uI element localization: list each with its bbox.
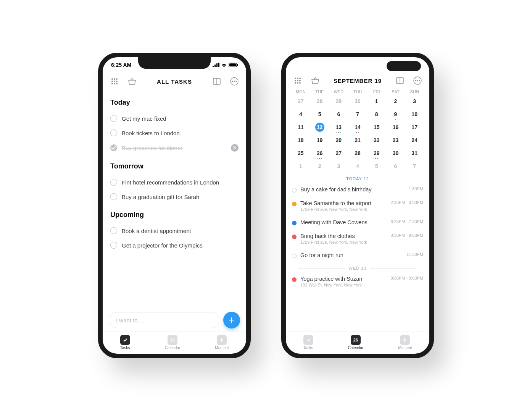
- tab-calendar[interactable]: 26Calendar: [165, 335, 181, 350]
- task-row[interactable]: Get my mac fixed: [110, 111, 239, 126]
- book-icon[interactable]: [212, 76, 222, 86]
- event-row[interactable]: Take Samantha to the airport1729 First a…: [292, 196, 423, 215]
- event-dot-icon: [292, 254, 297, 258]
- calendar-day[interactable]: 11: [291, 122, 310, 133]
- tab-moment[interactable]: Moment: [398, 335, 412, 350]
- svg-rect-6: [237, 64, 238, 66]
- calendar-day[interactable]: 28: [310, 96, 329, 107]
- calendar-day[interactable]: 1: [291, 161, 310, 172]
- task-sections: TodayGet my mac fixedBook tickets to Lon…: [103, 88, 246, 309]
- calendar-day[interactable]: 4: [348, 161, 367, 172]
- event-row[interactable]: Buy a cake for dad's birthday1:30PM: [292, 183, 423, 196]
- task-row[interactable]: Book a dentist appointment: [110, 223, 239, 238]
- calendar-day[interactable]: 25: [291, 148, 310, 159]
- calendar-day[interactable]: 12: [310, 122, 329, 133]
- svg-point-27: [299, 80, 301, 81]
- calendar-day[interactable]: 1: [367, 96, 386, 107]
- calendar-day[interactable]: 2: [386, 96, 405, 107]
- calendar-day[interactable]: 22: [367, 135, 386, 146]
- calendar-day[interactable]: 28: [348, 148, 367, 159]
- calendar-day[interactable]: 5: [310, 109, 329, 120]
- calendar-day[interactable]: 29: [329, 96, 348, 107]
- tab-tasks[interactable]: Tasks: [303, 335, 313, 350]
- calendar-day[interactable]: 8: [367, 109, 386, 120]
- calendar-day[interactable]: 19: [310, 135, 329, 146]
- task-checkbox[interactable]: [110, 179, 117, 186]
- calendar-day[interactable]: 6: [329, 109, 348, 120]
- calendar-day[interactable]: 7: [348, 109, 367, 120]
- day-number: 24: [410, 136, 419, 145]
- task-checkbox[interactable]: [110, 227, 117, 234]
- calendar-day[interactable]: 30: [348, 96, 367, 107]
- delete-task-icon[interactable]: ✕: [231, 144, 239, 152]
- calendar-day[interactable]: 6: [386, 161, 405, 172]
- calendar-day[interactable]: 21: [348, 135, 367, 146]
- task-checkbox[interactable]: [110, 242, 117, 249]
- calendar-day[interactable]: 3: [329, 161, 348, 172]
- calendar-day[interactable]: 10: [405, 109, 424, 120]
- calendar-day[interactable]: 23: [386, 135, 405, 146]
- grid-menu-icon[interactable]: [293, 76, 303, 86]
- calendar-day[interactable]: 17: [405, 122, 424, 133]
- calendar-day[interactable]: 29: [367, 148, 386, 159]
- event-row[interactable]: Bring back the clothes1729 First ave, Ne…: [292, 229, 423, 248]
- calendar-day[interactable]: 30: [386, 148, 405, 159]
- weekday-label: MON: [291, 89, 310, 94]
- event-row[interactable]: Meeting with Dave Cowens6:25PM - 7:30PM: [292, 215, 423, 229]
- tab-moment[interactable]: Moment: [215, 335, 229, 350]
- calendar-day[interactable]: 16: [386, 122, 405, 133]
- calendar-day[interactable]: 5: [367, 161, 386, 172]
- more-icon[interactable]: [229, 76, 239, 86]
- day-number: 6: [334, 110, 343, 119]
- more-icon[interactable]: [413, 76, 422, 86]
- task-row[interactable]: Buy groceries for dinner✕: [110, 140, 239, 155]
- book-icon[interactable]: [395, 76, 405, 86]
- weekday-label: SUN: [405, 89, 424, 94]
- task-text: Book a dentist appointment: [122, 228, 191, 234]
- add-task-button[interactable]: +: [223, 312, 240, 328]
- svg-point-23: [297, 78, 298, 79]
- task-row[interactable]: Fint hotel recommendations in London: [110, 175, 239, 189]
- calendar-day[interactable]: 27: [329, 148, 348, 159]
- task-row[interactable]: Book tickets to London: [110, 126, 239, 140]
- basket-icon[interactable]: [127, 76, 137, 86]
- tab-tasks[interactable]: Tasks: [120, 335, 130, 350]
- calendar-day[interactable]: 31: [405, 148, 424, 159]
- calendar-day[interactable]: 4: [291, 109, 310, 120]
- calendar-day[interactable]: 13: [329, 122, 348, 133]
- calendar-grid: 2728293012345678910111213141516171819202…: [286, 95, 429, 173]
- calendar-day[interactable]: 2: [310, 161, 329, 172]
- calendar-day[interactable]: 24: [405, 135, 424, 146]
- tab-calendar[interactable]: 26Calendar: [348, 335, 364, 350]
- calendar-day[interactable]: 20: [329, 135, 348, 146]
- task-checkbox[interactable]: [110, 129, 117, 136]
- task-row[interactable]: Buy a graduation gift for Sarah: [110, 189, 239, 204]
- task-row[interactable]: Get a projector for the Olympics: [110, 238, 239, 252]
- task-checkbox[interactable]: [110, 193, 117, 200]
- basket-icon[interactable]: [310, 76, 320, 86]
- event-row[interactable]: Go for a night run11:30PM: [292, 248, 423, 262]
- new-task-input[interactable]: I want to...: [109, 312, 219, 328]
- day-number: 28: [315, 97, 324, 106]
- svg-point-22: [295, 78, 296, 79]
- grid-menu-icon[interactable]: [110, 76, 119, 86]
- calendar-day[interactable]: 18: [291, 135, 310, 146]
- calendar-day[interactable]: 14: [348, 122, 367, 133]
- event-row[interactable]: Yoga practice with Suzan192 Wall St, New…: [292, 272, 423, 291]
- task-checkbox[interactable]: [110, 144, 117, 151]
- task-text: Buy groceries for dinner: [122, 145, 182, 151]
- event-title: Bring back the clothes: [300, 233, 387, 239]
- calendar-day[interactable]: 7: [405, 161, 424, 172]
- calendar-day[interactable]: 26: [310, 148, 329, 159]
- wifi-icon: [221, 63, 227, 67]
- calendar-day[interactable]: 15: [367, 122, 386, 133]
- event-dots: [375, 158, 378, 159]
- task-checkbox[interactable]: [110, 115, 117, 122]
- event-title: Go for a night run: [300, 252, 403, 258]
- day-number: 3: [410, 97, 419, 106]
- weekday-label: WED: [329, 89, 348, 94]
- calendar-day[interactable]: 9: [386, 109, 405, 120]
- tab-bar: Tasks26CalendarMoment: [286, 332, 429, 354]
- calendar-day[interactable]: 3: [405, 96, 424, 107]
- calendar-day[interactable]: 27: [291, 96, 310, 107]
